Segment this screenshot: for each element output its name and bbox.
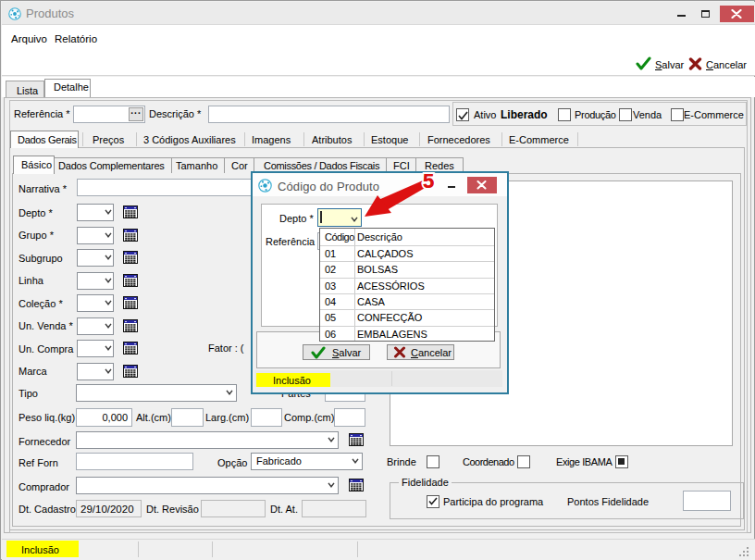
svg-text:5: 5 [423,172,434,193]
